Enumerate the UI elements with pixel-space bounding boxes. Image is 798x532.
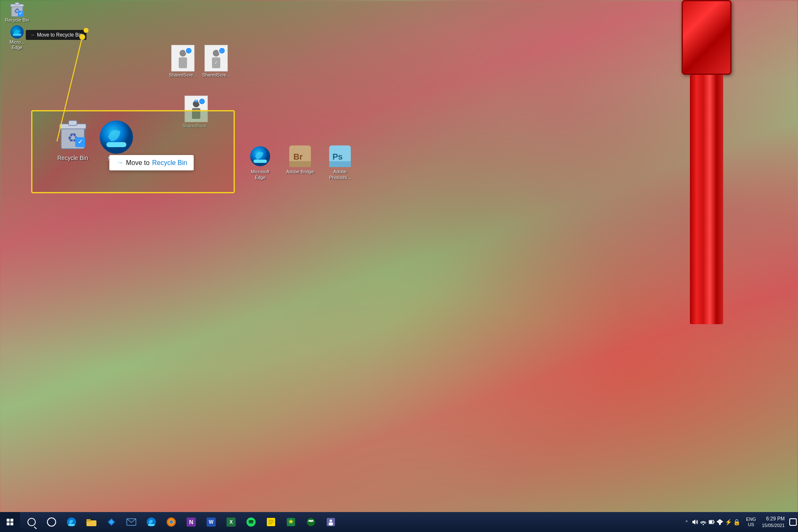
power-icon[interactable]	[708, 518, 715, 526]
shared-screen-1[interactable]: SharedScre...	[170, 45, 196, 77]
notification-icon: □	[789, 518, 797, 526]
taskbar-xbox[interactable]	[302, 513, 320, 531]
taskbar-store[interactable]	[102, 513, 121, 531]
taskbar-file-explorer[interactable]	[82, 513, 101, 531]
language-code: ENG	[746, 517, 756, 522]
sound-icon[interactable]	[691, 518, 699, 526]
shared-screen-2-label: SharedScre...	[202, 72, 230, 77]
search-icon	[27, 518, 36, 526]
system-tray: ^	[680, 512, 744, 532]
notification-center[interactable]: □	[788, 512, 798, 532]
svg-point-10	[213, 50, 219, 57]
zoom-tooltip-recycle: Recycle Bin	[152, 159, 187, 167]
svg-text:Br: Br	[293, 152, 303, 161]
shared-screen-1-thumb	[171, 45, 195, 71]
zoom-tooltip: → Move to Recycle Bin	[109, 155, 194, 170]
adobe-bridge-img: Br	[289, 145, 311, 167]
taskbar-task-view[interactable]	[42, 513, 61, 531]
small-tooltip: → Move to Recycle Bin	[26, 30, 86, 40]
svg-point-55	[330, 520, 332, 522]
sticky-notes-icon	[266, 517, 276, 527]
dropbox-icon[interactable]	[716, 518, 724, 526]
taskbar-sticky-notes[interactable]	[262, 513, 280, 531]
desktop: ♻ ✓ Recycle Bin	[0, 0, 798, 532]
shared-screen-2-thumb: ✓	[204, 45, 228, 71]
recycle-bin-icon-small[interactable]: ♻ ✓ Recycle Bin	[2, 2, 32, 23]
shared-screenshots-group: SharedScre... ✓ SharedScre...	[170, 45, 229, 77]
excel-icon: X	[227, 517, 236, 527]
recycle-bin-image: ♻ ✓	[10, 2, 25, 17]
current-date: 15/05/2021	[762, 522, 785, 528]
taskbar-word[interactable]: W	[202, 513, 220, 531]
taskbar-firefox[interactable]	[162, 513, 180, 531]
edge-label-small: Micro...Edge	[10, 39, 25, 50]
tray-icon-1[interactable]: ⚡	[724, 518, 732, 526]
windows-logo-icon	[7, 519, 13, 525]
svg-rect-60	[714, 521, 714, 523]
svg-rect-34	[329, 161, 351, 167]
word-icon: W	[207, 517, 216, 527]
recycle-bin-zoom-label: Recycle Bin	[57, 155, 88, 161]
language-region: US	[748, 522, 754, 527]
firefox-icon	[166, 517, 176, 527]
tooltip-arrow-small: →	[30, 32, 35, 38]
shared-screen-1-label: SharedScre...	[169, 72, 197, 77]
shared-screen-2[interactable]: ✓ SharedScre...	[203, 45, 229, 77]
right-desktop-icons: Microsoft Edge Br Adobe Bridge Ps	[245, 145, 355, 181]
zoom-tooltip-arrow: →	[116, 158, 123, 167]
edge-right-icon[interactable]: Microsoft Edge	[245, 145, 275, 181]
svg-rect-38	[86, 519, 91, 522]
tray-icon-2[interactable]: 🔒	[733, 518, 740, 526]
taskbar-edge-icon	[66, 517, 76, 527]
adobe-photoshop-icon[interactable]: Ps Adobe Photoshi...	[325, 145, 355, 181]
network-icon[interactable]	[699, 518, 707, 526]
taskbar-edge[interactable]	[62, 513, 81, 531]
edge-image-small	[10, 25, 25, 39]
lantern-body	[690, 75, 723, 324]
teams-icon	[326, 517, 335, 527]
current-time: 6:29 PM	[766, 516, 785, 522]
svg-marker-57	[692, 520, 695, 525]
onenote-icon: N	[187, 517, 196, 527]
taskbar-onenote[interactable]: N	[182, 513, 200, 531]
taskbar: N W X	[0, 512, 798, 532]
task-view-icon	[47, 517, 56, 527]
mail-icon	[126, 518, 136, 526]
svg-rect-24	[106, 142, 126, 147]
svg-point-8	[180, 50, 186, 57]
spotify-icon	[246, 517, 256, 527]
taskbar-search[interactable]	[22, 513, 41, 531]
adobe-photoshop-img: Ps	[329, 145, 351, 167]
taskbar-spotify[interactable]	[242, 513, 260, 531]
topleft-desktop-icons: ♻ ✓ Recycle Bin	[2, 2, 32, 52]
taskbar-teams[interactable]	[322, 513, 340, 531]
svg-point-46	[170, 520, 173, 524]
recycle-bin-label-small: Recycle Bin	[5, 17, 29, 23]
taskbar-edge2[interactable]	[142, 513, 160, 531]
taskbar-mail[interactable]	[122, 513, 140, 531]
adobe-photoshop-label: Adobe Photoshi...	[325, 169, 355, 181]
start-button[interactable]	[0, 512, 20, 532]
adobe-bridge-icon[interactable]: Br Adobe Bridge	[285, 145, 315, 181]
svg-text:✓: ✓	[195, 99, 198, 102]
zoom-annotation-box: ♻ ✓ Recycle Bin Mic	[31, 110, 235, 193]
taskbar-solitaire[interactable]	[282, 513, 300, 531]
tooltip-text-small: Move to Recycle Bin	[37, 32, 82, 38]
recycle-bin-zoomed: ♻ ✓ Recycle Bin	[57, 120, 88, 161]
file-explorer-icon	[86, 518, 96, 526]
clock[interactable]: 6:29 PM 15/05/2021	[759, 516, 788, 528]
store-icon	[107, 517, 116, 527]
svg-rect-7	[13, 34, 21, 36]
svg-text:✓: ✓	[214, 60, 218, 65]
show-hidden-icons[interactable]: ^	[683, 518, 690, 526]
svg-rect-31	[289, 161, 311, 167]
svg-text:Ps: Ps	[332, 152, 342, 161]
svg-rect-19	[69, 121, 77, 126]
language-indicator[interactable]: ENG US	[744, 517, 759, 527]
svg-rect-2	[15, 2, 19, 5]
svg-rect-66	[719, 524, 721, 525]
svg-rect-61	[709, 521, 712, 523]
zoom-tooltip-move: Move to	[126, 159, 150, 167]
taskbar-excel[interactable]: X	[222, 513, 240, 531]
svg-text:✓: ✓	[19, 10, 23, 16]
